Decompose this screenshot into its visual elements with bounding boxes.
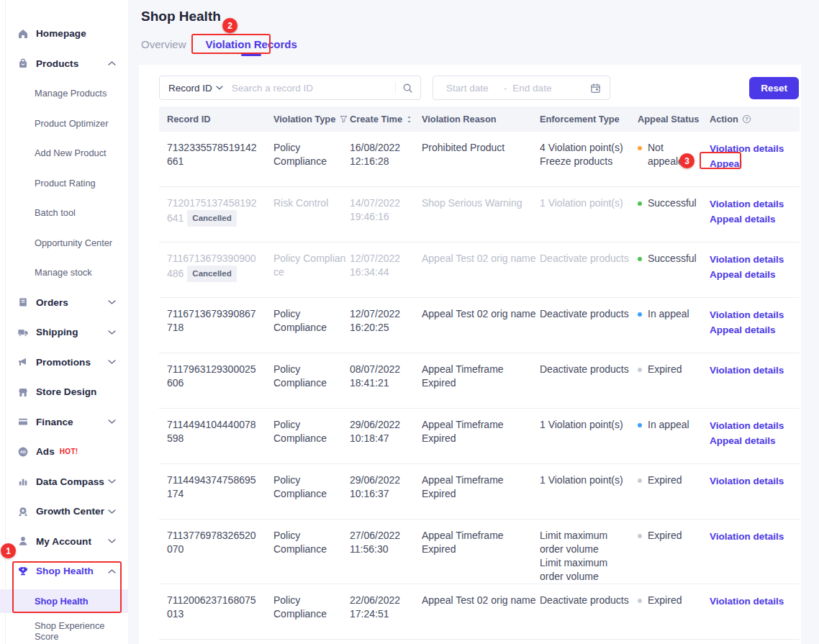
chevron-down-icon (108, 300, 116, 305)
action-cell: Violation detailsAppeal (702, 141, 800, 171)
tab-overview[interactable]: Overview (141, 38, 186, 56)
violation-details-link[interactable]: Violation details (710, 529, 792, 544)
sidebar-item-homepage[interactable]: Homepage (0, 19, 128, 49)
record-id: 7117963129300025606 (167, 363, 256, 389)
column-header-label: Action (710, 114, 738, 124)
appeal-link[interactable]: Appeal (710, 156, 792, 171)
violation-reason-line: Appeal Timeframe (422, 418, 525, 432)
enforcement-line: Deactivate products (540, 363, 623, 376)
sidebar-subitem-shop-health[interactable]: Shop Health (0, 586, 128, 617)
sidebar-item-orders[interactable]: Orders (0, 288, 128, 318)
action-cell: Violation details (702, 473, 800, 489)
growth-center-icon (17, 506, 29, 517)
sidebar-item-shipping[interactable]: Shipping (0, 317, 128, 348)
sidebar-subitem-batch-tool[interactable]: Batch tool (0, 198, 128, 228)
data-compass-icon (17, 476, 29, 487)
status-dot (638, 312, 642, 317)
status-dot (638, 599, 642, 603)
table-row: 7132335578519142661PolicyCompliance16/08… (159, 132, 800, 187)
violation-reason-line: Appeal Timeframe (422, 473, 525, 487)
sidebar-subitem-add-new-product[interactable]: Add New Product (0, 138, 128, 168)
record-id-cell: 7112006237168075013 (159, 594, 266, 621)
violation-details-link[interactable]: Violation details (710, 473, 792, 489)
violation-type-line: Policy (273, 594, 335, 607)
search-field-select[interactable]: Record ID (168, 83, 223, 94)
appeal-details-link[interactable]: Appeal details (710, 433, 792, 448)
enforcement-line: 1 Violation point(s) (540, 418, 623, 432)
action-cell: Violation details (702, 363, 800, 378)
create-time: 18:41:21 (350, 376, 407, 390)
appeal-details-link[interactable]: Appeal details (710, 322, 792, 337)
search-icon[interactable] (402, 83, 413, 94)
sidebar-subitem-manage-stock[interactable]: Manage stock (0, 258, 128, 288)
violation-type-line: Compliance (273, 321, 335, 335)
status-label-line: Not (648, 141, 689, 155)
sidebar-item-growth-center[interactable]: Growth Center (0, 496, 128, 527)
create-time: 19:46:16 (350, 210, 407, 224)
sidebar-subitem-label: Opportunity Center (35, 237, 112, 248)
violation-reason-cell: Appeal Test 02 orig name (414, 594, 532, 607)
sidebar-item-my-account[interactable]: My Account (0, 527, 128, 557)
chevron-up-icon (108, 61, 116, 66)
column-header-label: Violation Reason (422, 114, 497, 124)
enforcement-line: 1 Violation point(s) (540, 196, 623, 210)
record-search-input[interactable] (232, 83, 392, 94)
violation-details-link[interactable]: Violation details (710, 363, 792, 378)
chevron-down-icon (108, 509, 116, 514)
violation-type-cell: Risk Control (266, 196, 342, 210)
violation-type-line: ce (273, 266, 335, 279)
violation-details-link[interactable]: Violation details (710, 594, 792, 609)
tab-bar: Overview Violation Records (141, 38, 297, 56)
appeal-details-link[interactable]: Appeal details (710, 267, 792, 282)
sidebar-item-ads[interactable]: ADAdsHOT! (0, 437, 128, 467)
start-date-input[interactable] (446, 83, 502, 94)
enforcement-line: 4 Violation point(s) (540, 141, 623, 155)
sidebar-item-label: Shop Health (36, 566, 94, 576)
enforcement-line: Deactivate products (540, 252, 623, 266)
record-id-cell: 7114494374758695174 (159, 473, 266, 501)
sidebar-item-finance[interactable]: Finance (0, 407, 128, 437)
column-header-record-id: Record ID (159, 114, 266, 124)
violation-reason-line: Appeal Test 02 orig name (422, 252, 525, 266)
sidebar-item-products[interactable]: Products (0, 49, 128, 79)
violation-type-cell: PolicyCompliance (266, 307, 342, 335)
status-label: Expired (648, 473, 682, 487)
end-date-input[interactable] (512, 83, 569, 94)
action-cell: Violation detailsAppeal details (702, 307, 800, 337)
record-id: 7112006237168075013 (167, 594, 256, 620)
violation-details-link[interactable]: Violation details (710, 252, 792, 267)
sidebar-subitem-manage-products[interactable]: Manage Products (0, 78, 128, 109)
violation-details-link[interactable]: Violation details (710, 418, 792, 433)
record-id-cell: 7132335578519142661 (159, 141, 266, 168)
table-row: 7116713679390867718PolicyCompliance12/07… (159, 298, 800, 353)
violation-type-cell: PolicyCompliance (266, 418, 342, 445)
sidebar-item-store-design[interactable]: Store Design (0, 377, 128, 407)
violation-details-link[interactable]: Violation details (710, 307, 792, 322)
calendar-icon[interactable] (590, 83, 601, 94)
violation-reason-cell: Appeal Test 02 orig name (414, 307, 532, 321)
create-time-cell: 29/06/202210:16:37 (342, 473, 414, 501)
status-label: Expired (648, 594, 682, 607)
sort-icon[interactable] (406, 115, 412, 124)
violation-type-cell: PolicyCompliance (266, 363, 342, 390)
violation-details-link[interactable]: Violation details (710, 141, 792, 156)
sidebar-item-data-compass[interactable]: Data Compass (0, 467, 128, 497)
create-date: 16/08/2022 (350, 141, 407, 155)
column-header-label: Appeal Status (638, 114, 699, 124)
reset-button[interactable]: Reset (749, 77, 799, 99)
sidebar-subitem-opportunity-center[interactable]: Opportunity Center (0, 228, 128, 258)
tab-violation-records[interactable]: Violation Records (206, 38, 297, 56)
record-id: 7132335578519142661 (167, 142, 257, 167)
sidebar-subitem-product-rating[interactable]: Product Rating (0, 168, 128, 199)
violation-details-link[interactable]: Violation details (710, 196, 792, 212)
sidebar-item-label: Data Compass (36, 476, 104, 487)
help-icon[interactable]: ? (742, 114, 751, 124)
status-label: Successful (648, 252, 697, 266)
sidebar-subitem-shop-experience-score[interactable]: Shop Experience Score (0, 616, 128, 644)
sidebar-item-shop-health[interactable]: Shop Health (0, 556, 128, 586)
column-header-action: Action? (702, 114, 800, 124)
appeal-details-link[interactable]: Appeal details (710, 212, 792, 227)
sidebar-item-promotions[interactable]: Promotions (0, 348, 128, 378)
create-date: 12/07/2022 (350, 252, 407, 266)
sidebar-subitem-product-optimizer[interactable]: Product Optimizer (0, 109, 128, 139)
